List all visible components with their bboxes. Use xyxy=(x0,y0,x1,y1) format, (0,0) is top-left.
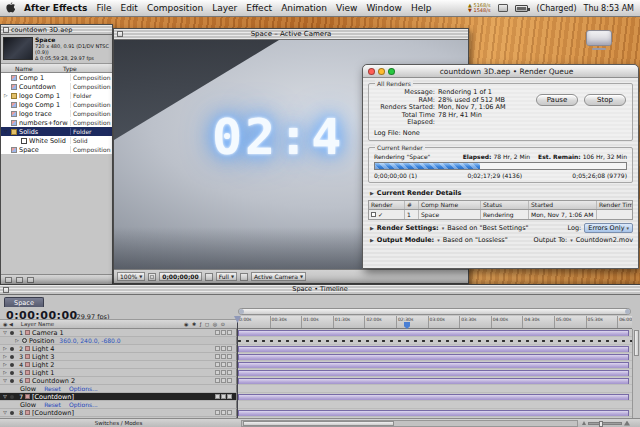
layer-duration-bar[interactable] xyxy=(237,337,632,345)
disclosure-arrow[interactable]: ▷ xyxy=(2,354,8,359)
label-swatch[interactable] xyxy=(25,370,30,375)
timeline-row[interactable]: ▷ 3 Light 3 xyxy=(0,353,632,361)
layer-switches[interactable] xyxy=(215,346,232,351)
layer-switches[interactable] xyxy=(215,362,232,367)
safe-zones-icon[interactable] xyxy=(148,273,156,281)
eye-icon[interactable] xyxy=(10,347,14,351)
queue-column-header[interactable]: Comp Name xyxy=(419,201,481,209)
queue-comp-name[interactable]: Space xyxy=(419,210,481,219)
timeline-row[interactable]: ▷ 4 Light 2 xyxy=(0,361,632,369)
zoom-slider-knob[interactable] xyxy=(599,421,603,427)
eye-icon[interactable] xyxy=(10,371,14,375)
layer-row-left[interactable]: ▷ 4 Light 2 xyxy=(0,361,237,369)
view-popup[interactable]: Active Camera▼ xyxy=(251,272,306,281)
output-module-value[interactable]: Based on "Lossless" xyxy=(443,236,508,244)
layer-row-left[interactable]: ▷ 5 Light 1 xyxy=(0,369,237,377)
time-navigator[interactable] xyxy=(238,308,631,315)
project-item-row[interactable]: White Solid 1 Solid xyxy=(1,136,112,145)
layer-name[interactable]: Light 2 xyxy=(32,361,54,369)
stopwatch-icon[interactable] xyxy=(22,338,27,343)
layer-switches[interactable] xyxy=(215,370,232,375)
label-swatch[interactable] xyxy=(25,354,30,359)
stop-button[interactable]: Stop xyxy=(584,94,626,106)
menu-item[interactable]: View xyxy=(336,3,357,13)
layer-duration-bar[interactable] xyxy=(237,361,632,369)
effect-options-link[interactable]: Options... xyxy=(69,401,98,408)
disclosure-arrow[interactable]: ▷ xyxy=(2,346,8,351)
menu-item[interactable]: Effect xyxy=(246,3,272,13)
layer-name[interactable]: Countdown 2 xyxy=(32,377,75,385)
output-to-value[interactable]: Countdown2.mov xyxy=(576,236,633,244)
layer-name[interactable]: Glow xyxy=(20,385,36,393)
render-settings-value[interactable]: Based on "Best Settings" xyxy=(447,224,528,232)
layer-switches[interactable] xyxy=(215,330,232,335)
item-name[interactable]: Countdown xyxy=(19,83,68,91)
layer-name[interactable]: Glow xyxy=(20,401,36,409)
timeline-tab-space[interactable]: Space xyxy=(4,297,44,307)
queue-table-row[interactable]: ✓ 1 Space Rendering Mon, Nov 7, 1:06 AM xyxy=(369,210,632,219)
item-name[interactable]: logo trace xyxy=(19,110,68,118)
close-button[interactable] xyxy=(3,287,9,293)
queue-column-header[interactable]: # xyxy=(405,201,419,209)
disclosure-arrow[interactable]: ▷ xyxy=(14,338,20,343)
region-of-interest-icon[interactable] xyxy=(240,273,248,281)
layer-name[interactable]: [Countdown] xyxy=(32,409,74,417)
project-item-row[interactable]: numbers+forwards Composition xyxy=(1,118,112,127)
zoom-slider-track[interactable] xyxy=(588,422,622,425)
eye-icon[interactable] xyxy=(10,363,14,367)
layer-name[interactable]: Position xyxy=(29,337,54,345)
disclosure-icon[interactable]: ▶ xyxy=(370,237,374,243)
item-name[interactable]: Space xyxy=(19,146,68,154)
vertical-scrollbar[interactable] xyxy=(632,329,640,418)
item-name[interactable]: White Solid 1 xyxy=(29,137,68,145)
disclosure-icon[interactable]: ▶ xyxy=(370,190,374,196)
zoom-out-icon[interactable] xyxy=(582,421,586,425)
disclosure-arrow[interactable]: ▽ xyxy=(2,410,8,415)
project-item-row[interactable]: Comp 1 Composition xyxy=(1,73,112,82)
external-drive-icon[interactable] xyxy=(584,30,614,54)
layer-duration-bar[interactable] xyxy=(237,369,632,377)
close-button[interactable] xyxy=(117,31,123,37)
layer-row-left[interactable]: ▽ 1 Camera 1 xyxy=(0,329,237,337)
apple-menu-icon[interactable] xyxy=(6,2,15,15)
eye-icon[interactable] xyxy=(10,411,14,415)
close-button[interactable] xyxy=(368,68,375,75)
layer-switches[interactable] xyxy=(215,378,232,383)
layer-switches[interactable] xyxy=(215,410,232,415)
queue-column-header[interactable]: Status xyxy=(481,201,529,209)
displays-icon[interactable] xyxy=(498,4,508,12)
layer-row-left[interactable]: Glow Reset Options... xyxy=(0,401,237,409)
eye-icon[interactable] xyxy=(10,395,14,399)
battery-icon[interactable] xyxy=(515,5,528,12)
layer-row-left[interactable]: ▽ 7 [Countdown] xyxy=(0,393,237,401)
eye-icon[interactable] xyxy=(10,379,14,383)
layer-duration-bar[interactable] xyxy=(237,393,632,401)
menu-item[interactable]: Layer xyxy=(212,3,237,13)
queue-table-header[interactable]: Render#Comp NameStatusStartedRender Time xyxy=(369,201,632,210)
item-name[interactable]: logo Comp 1 xyxy=(19,92,68,100)
project-column-headers[interactable]: Name Type xyxy=(1,64,112,73)
project-titlebar[interactable]: countdown 3D.aep xyxy=(1,25,112,35)
zoom-in-icon[interactable] xyxy=(624,421,630,426)
pause-button[interactable]: Pause xyxy=(536,94,578,106)
project-item-row[interactable]: ▽ Solids Folder xyxy=(1,127,112,136)
snapshot-icon[interactable] xyxy=(205,273,213,281)
render-checkbox[interactable] xyxy=(371,212,376,217)
layer-duration-bar[interactable] xyxy=(237,329,632,337)
layer-name[interactable]: [Countdown] xyxy=(32,393,74,401)
timeline-row[interactable]: ▽ 6 Countdown 2 xyxy=(0,377,632,385)
time-ruler[interactable]: 0:00s00:30s01:00s01:30s02:00s02:30s03:00… xyxy=(237,316,632,329)
switches-modes-toggle[interactable]: Switches / Modes xyxy=(0,420,237,426)
magnification-popup[interactable]: 100%▼ xyxy=(117,272,145,281)
timeline-row[interactable]: ▽ 7 [Countdown] xyxy=(0,393,632,401)
layer-row-left[interactable]: ▷ 3 Light 3 xyxy=(0,353,237,361)
disclosure-arrow[interactable]: ▽ xyxy=(4,129,9,134)
project-item-row[interactable]: ▷ logo Comp 1 Folder xyxy=(1,91,112,100)
eye-icon[interactable] xyxy=(10,331,14,335)
scrollbar-thumb[interactable] xyxy=(634,330,639,356)
effect-reset-link[interactable]: Reset xyxy=(44,401,61,408)
project-item-row[interactable]: logo Comp 1 Composition xyxy=(1,100,112,109)
layer-duration-bar[interactable] xyxy=(237,401,632,409)
current-render-details-toggle[interactable]: ▶ Current Render Details xyxy=(370,189,633,197)
disclosure-arrow[interactable]: ▷ xyxy=(2,370,8,375)
